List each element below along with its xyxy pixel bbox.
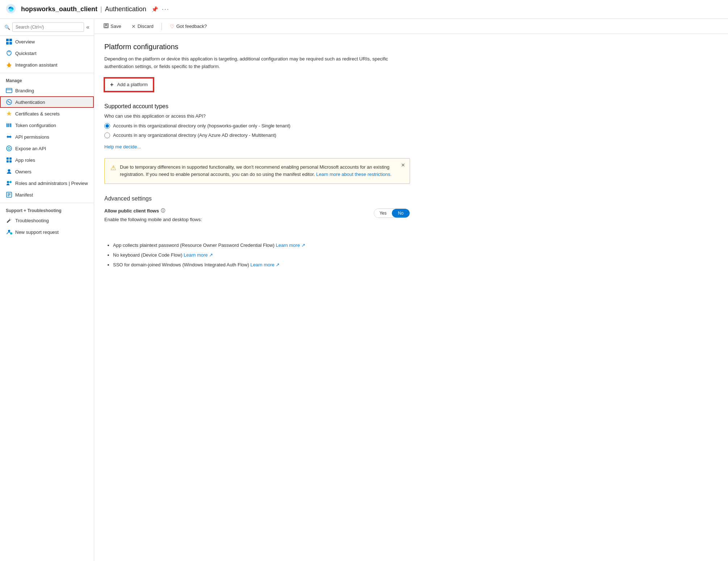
svg-rect-1: [6, 39, 9, 41]
content-toolbar: Save ✕ Discard ♡ Got feedback?: [94, 19, 728, 34]
account-type-radio-group: Accounts in this organizational director…: [104, 123, 410, 138]
manifest-icon: [6, 191, 12, 198]
warning-close-button[interactable]: ✕: [401, 162, 405, 168]
title-separator: |: [100, 5, 102, 13]
allow-public-flows-row: Allow public client flows ⓘ: [104, 208, 410, 214]
sidebar-item-support-label: New support request: [15, 229, 59, 235]
svg-point-18: [8, 169, 11, 172]
sidebar-item-approles-label: App roles: [15, 157, 35, 163]
sidebar-item-manifest[interactable]: Manifest: [0, 189, 94, 201]
ropc-learn-link[interactable]: Learn more ↗: [276, 242, 305, 248]
quickstart-icon: [6, 50, 12, 56]
sidebar-item-roles[interactable]: Roles and administrators | Preview: [0, 177, 94, 189]
discard-icon: ✕: [131, 24, 136, 29]
sidebar-item-troubleshooting[interactable]: Troubleshooting: [0, 215, 94, 226]
svg-rect-17: [9, 160, 12, 163]
svg-rect-3: [6, 42, 9, 45]
expose-icon: [6, 145, 12, 152]
integration-icon: [6, 62, 12, 68]
help-link[interactable]: Help me decide...: [104, 144, 141, 149]
sidebar-item-api[interactable]: API permissions: [0, 131, 94, 143]
svg-point-5: [9, 51, 10, 52]
info-icon[interactable]: ⓘ: [161, 208, 165, 214]
svg-rect-6: [6, 88, 12, 93]
sidebar-item-quickstart[interactable]: Quickstart: [0, 47, 94, 59]
advanced-section-title: Advanced settings: [104, 195, 410, 202]
sidebar-item-certificates[interactable]: Certificates & secrets: [0, 108, 94, 119]
save-button[interactable]: Save: [101, 22, 124, 31]
save-icon: [104, 23, 109, 29]
radio-multi-tenant[interactable]: Accounts in any organizational directory…: [104, 132, 410, 138]
collapse-icon[interactable]: «: [86, 24, 89, 30]
toolbar-separator: [162, 23, 162, 30]
radio-single-label: Accounts in this organizational director…: [113, 123, 290, 128]
sso-learn-link[interactable]: Learn more ↗: [250, 262, 280, 267]
allow-public-label: Allow public client flows ⓘ: [104, 208, 165, 214]
supported-section-title: Supported account types: [104, 103, 410, 110]
support-icon: [6, 229, 12, 235]
platform-section-title: Platform configurations: [104, 43, 410, 51]
token-icon: [6, 122, 12, 128]
add-platform-plus-icon: +: [110, 81, 113, 88]
sidebar-item-owners[interactable]: Owners: [0, 166, 94, 177]
svg-point-25: [8, 230, 10, 232]
discard-button[interactable]: ✕ Discard: [129, 22, 156, 31]
sidebar-item-roles-label: Roles and administrators | Preview: [15, 181, 88, 186]
sidebar-item-quickstart-label: Quickstart: [15, 51, 37, 56]
branding-icon: [6, 87, 12, 94]
add-platform-button[interactable]: + Add a platform: [104, 78, 154, 92]
sidebar-item-integration[interactable]: Integration assistant: [0, 59, 94, 71]
sidebar-item-integration-label: Integration assistant: [15, 62, 57, 68]
svg-rect-2: [9, 39, 12, 41]
svg-rect-14: [7, 157, 9, 160]
svg-point-12: [7, 146, 12, 151]
svg-rect-29: [105, 26, 107, 28]
more-options-icon[interactable]: ···: [162, 5, 170, 13]
toggle-yes-button[interactable]: Yes: [374, 209, 392, 218]
svg-rect-9: [7, 123, 8, 127]
feedback-button[interactable]: ♡ Got feedback?: [168, 22, 209, 31]
discard-label: Discard: [138, 24, 154, 29]
roles-icon: [6, 180, 12, 186]
radio-single-tenant[interactable]: Accounts in this organizational director…: [104, 123, 410, 129]
svg-point-19: [7, 181, 9, 183]
public-flows-toggle[interactable]: Yes No: [374, 208, 410, 218]
list-item-ropc: App collects plaintext password (Resourc…: [113, 242, 410, 249]
device-learn-link[interactable]: Learn more ↗: [184, 252, 213, 258]
sidebar-item-approles[interactable]: App roles: [0, 154, 94, 166]
svg-point-13: [8, 147, 10, 149]
list-item-sso: SSO for domain-joined Windows (Windows I…: [113, 261, 410, 269]
main-layout: 🔍 « Overview Quickstart Integration assi…: [0, 19, 728, 561]
radio-single-input[interactable]: [104, 123, 110, 129]
search-icon: 🔍: [4, 25, 10, 30]
sidebar-item-overview[interactable]: Overview: [0, 36, 94, 47]
flows-list: App collects plaintext password (Resourc…: [104, 242, 410, 269]
svg-point-20: [9, 181, 12, 183]
feedback-label: Got feedback?: [176, 24, 207, 29]
toggle-no-button[interactable]: No: [392, 209, 410, 218]
app-icon: [6, 4, 17, 15]
sidebar-item-owners-label: Owners: [15, 169, 32, 174]
sidebar-item-api-label: API permissions: [15, 134, 49, 140]
warning-icon: ⚠: [110, 164, 116, 179]
auth-icon: [6, 99, 12, 105]
owners-icon: [6, 168, 12, 175]
svg-rect-16: [7, 160, 9, 163]
svg-rect-10: [8, 123, 9, 127]
sidebar-item-expose[interactable]: Expose an API: [0, 143, 94, 154]
warning-learn-more-link[interactable]: Learn more about these restrictions.: [316, 172, 392, 177]
platform-section-desc: Depending on the platform or device this…: [104, 55, 410, 71]
sidebar-item-authentication[interactable]: Authentication: [0, 96, 94, 108]
sidebar-item-authentication-label: Authentication: [15, 100, 45, 105]
search-input[interactable]: [12, 22, 84, 32]
overview-icon: [6, 38, 12, 45]
svg-rect-28: [105, 24, 108, 25]
add-platform-label: Add a platform: [117, 82, 148, 87]
sidebar-item-token[interactable]: Token configuration: [0, 119, 94, 131]
sidebar-item-branding[interactable]: Branding: [0, 85, 94, 96]
pin-icon[interactable]: 📌: [151, 6, 158, 13]
radio-multi-label: Accounts in any organizational directory…: [113, 132, 276, 138]
radio-multi-input[interactable]: [104, 132, 110, 138]
toggle-container: Yes No: [374, 208, 410, 218]
sidebar-item-support[interactable]: New support request: [0, 226, 94, 238]
